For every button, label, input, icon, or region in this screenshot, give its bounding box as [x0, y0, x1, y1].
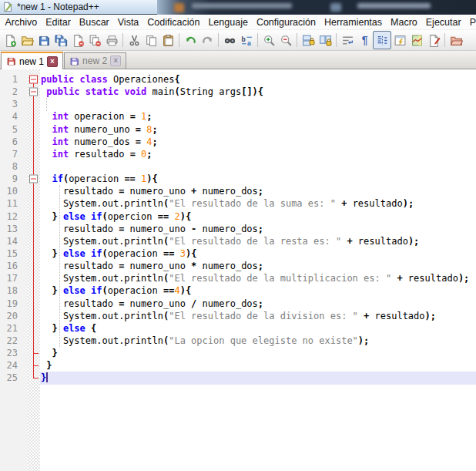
sync-horizontal-scroll-button[interactable]: [317, 32, 334, 49]
document-map-button[interactable]: [408, 32, 425, 49]
show-all-characters-icon: ¶: [358, 34, 371, 47]
code-text[interactable]: System.out.println("El resultado de la s…: [40, 197, 476, 210]
editor-line: 2 public static void main(String args[])…: [0, 86, 476, 98]
code-text[interactable]: } else {: [40, 322, 476, 335]
fold-margin-cell: [28, 98, 40, 110]
save-all-button[interactable]: [52, 32, 69, 49]
code-text[interactable]: public class Operaciones{: [40, 73, 476, 86]
folder-as-workspace-button[interactable]: [448, 32, 464, 49]
fold-margin-cell: [28, 73, 40, 86]
replace-icon: ba: [240, 34, 253, 47]
code-text[interactable]: resultado = numero_uno - numero_dos;: [40, 223, 476, 235]
line-number: 22: [0, 335, 28, 347]
line-number: 3: [0, 98, 28, 110]
menu-item-herramientas[interactable]: Herramientas: [320, 15, 387, 29]
replace-button[interactable]: ba: [238, 32, 255, 49]
new-file-button[interactable]: [2, 32, 18, 49]
close-all-icon: [89, 34, 102, 47]
editor[interactable]: 1public class Operaciones{2 public stati…: [0, 69, 476, 471]
find-button[interactable]: [221, 32, 238, 49]
copy-button[interactable]: [142, 32, 159, 49]
menu-item-plugins[interactable]: Plugins: [465, 15, 476, 29]
code-text[interactable]: } else if(operacion ==4){: [40, 284, 476, 297]
fold-margin-cell: [28, 310, 40, 322]
menu-item-ejecutar[interactable]: Ejecutar: [421, 15, 465, 29]
macro-record-button[interactable]: [425, 32, 442, 49]
code-text[interactable]: [40, 98, 476, 110]
menu-item-archivo[interactable]: Archivo: [1, 15, 42, 29]
menu-item-codificacin[interactable]: Codificación: [143, 15, 204, 29]
function-list-button[interactable]: [391, 32, 408, 49]
menu-item-configuracin[interactable]: Configuración: [252, 15, 320, 29]
background-blob: [357, 3, 431, 8]
indent-guide: [59, 185, 60, 347]
show-all-characters-button[interactable]: ¶: [356, 32, 373, 49]
close-button[interactable]: [69, 32, 86, 49]
fold-margin-cell: [28, 123, 40, 136]
paste-button[interactable]: [159, 32, 176, 49]
tab-close-icon[interactable]: ×: [110, 56, 121, 66]
code-text[interactable]: int numero_uno = 8;: [40, 123, 476, 136]
code-text[interactable]: System.out.println("El resultado de la r…: [40, 235, 476, 247]
close-all-button[interactable]: [86, 32, 103, 49]
fold-collapse-icon[interactable]: [29, 88, 38, 96]
line-number: 10: [0, 185, 28, 197]
code-text[interactable]: }: [40, 347, 476, 359]
line-number: 15: [0, 247, 28, 260]
code-text[interactable]: }: [40, 359, 476, 372]
code-text[interactable]: [40, 160, 476, 173]
code-text[interactable]: int resultado = 0;: [40, 148, 476, 160]
fold-collapse-icon[interactable]: [29, 175, 38, 183]
word-wrap-button[interactable]: [339, 32, 356, 49]
paste-icon: [162, 34, 175, 47]
fold-margin-cell: [28, 372, 40, 384]
tab-new-2[interactable]: new 2 ×: [64, 52, 126, 69]
function-list-icon: [394, 34, 407, 47]
code-text[interactable]: resultado = numero_uno / numero_dos;: [40, 298, 476, 310]
code-text[interactable]: resultado = numero_uno + numero_dos;: [40, 185, 476, 197]
print-button[interactable]: [103, 32, 120, 49]
editor-line: 23 }: [0, 347, 476, 359]
code-text[interactable]: System.out.println("La opcion que elegis…: [40, 335, 476, 347]
menu-item-buscar[interactable]: Buscar: [75, 15, 113, 29]
fold-margin-cell: [28, 235, 40, 247]
menu-item-macro[interactable]: Macro: [387, 15, 422, 29]
toolbar-separator: [297, 33, 297, 47]
show-indent-guide-button[interactable]: [373, 31, 391, 49]
code-text[interactable]: }: [40, 372, 476, 384]
tab-new-1[interactable]: new 1 ×: [1, 52, 63, 69]
code-text[interactable]: int operacion = 1;: [40, 110, 476, 123]
find-icon: [223, 34, 236, 47]
tab-close-icon[interactable]: ×: [47, 56, 58, 67]
zoom-in-button[interactable]: [260, 32, 277, 49]
open-file-button[interactable]: [18, 32, 35, 49]
svg-text:b: b: [241, 35, 245, 42]
undo-button[interactable]: [182, 32, 199, 49]
open-file-icon: [21, 34, 34, 47]
indent-guide: [46, 98, 47, 111]
code-text[interactable]: System.out.println("El resultado de la d…: [40, 310, 476, 322]
cut-button[interactable]: [126, 32, 142, 49]
line-number: 20: [0, 310, 28, 322]
code-text[interactable]: int numero_dos = 4;: [40, 136, 476, 148]
titlebar[interactable]: *new 1 - Notepad++: [0, 0, 476, 15]
fold-collapse-icon[interactable]: [29, 76, 38, 84]
editor-line: 6 int numero_dos = 4;: [0, 136, 476, 148]
sync-vertical-scroll-button[interactable]: [300, 32, 317, 49]
toolbar-separator: [257, 33, 258, 47]
line-number: 11: [0, 197, 28, 210]
line-number: 5: [0, 123, 28, 136]
code-text[interactable]: if(operacion == 1){: [40, 173, 476, 185]
redo-button[interactable]: [199, 32, 216, 49]
code-text[interactable]: public static void main(String args[]){: [40, 86, 476, 98]
menu-item-vista[interactable]: Vista: [113, 15, 143, 29]
save-button[interactable]: [35, 32, 52, 49]
menu-item-lenguaje[interactable]: Lenguaje: [204, 15, 252, 29]
code-text[interactable]: System.out.println("El resultado de la m…: [40, 272, 476, 284]
code-text[interactable]: } else if(opercion == 2){: [40, 210, 476, 223]
code-text[interactable]: resultado = numero_uno * numero_dos;: [40, 260, 476, 272]
toolbar-separator: [122, 33, 123, 47]
menu-item-editar[interactable]: Editar: [42, 15, 75, 29]
code-text[interactable]: } else if(operacion == 3){: [40, 247, 476, 260]
zoom-out-button[interactable]: [277, 32, 294, 49]
